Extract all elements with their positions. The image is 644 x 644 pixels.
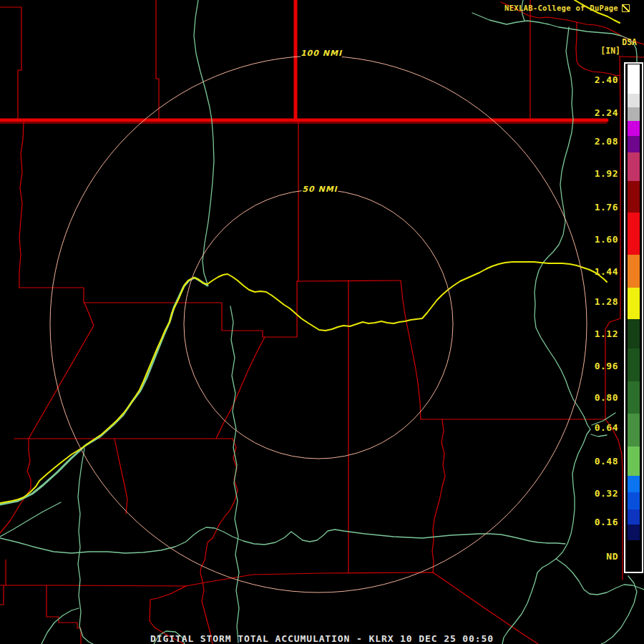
- colorbar-band: [628, 525, 640, 540]
- county-line: [401, 280, 421, 419]
- brand-text: NEXLAB-College of DuPage: [504, 4, 618, 12]
- county-line: [0, 439, 31, 533]
- river: [0, 527, 565, 553]
- colorbar-band: [628, 121, 640, 136]
- colorbar-band: [628, 64, 640, 94]
- county-line: [0, 585, 4, 605]
- county-line: [200, 439, 238, 644]
- colorbar-band: [628, 492, 640, 509]
- county-line: [605, 419, 623, 580]
- range-ring-label: 50 NMI: [302, 185, 338, 194]
- colorbar-band: [628, 381, 640, 414]
- county-line: [605, 56, 620, 419]
- range-ring: [184, 190, 453, 459]
- river: [78, 449, 93, 644]
- cod-logo-icon: [622, 4, 630, 12]
- county-line: [19, 281, 297, 337]
- radar-display: 100 NMI50 NMI NEXLAB-College of DuPage D…: [0, 0, 644, 644]
- colorbar-band: [628, 107, 640, 121]
- colorbar-band: [628, 319, 640, 348]
- colorbar-band: [628, 540, 640, 571]
- county-line: [216, 337, 265, 439]
- colorbar-band: [628, 152, 640, 181]
- river-highlight-fringe: [0, 278, 208, 504]
- county-line: [620, 57, 644, 57]
- colorbar-band: [628, 94, 640, 107]
- colorbar-band: [628, 414, 640, 447]
- colorbar-band: [628, 348, 640, 381]
- colorbar-band: [628, 447, 640, 476]
- county-line: [29, 303, 94, 439]
- river: [591, 434, 607, 436]
- county-line: [432, 419, 445, 572]
- colorbar-band: [628, 255, 640, 288]
- county-line: [114, 439, 127, 514]
- footer-title: DIGITAL STORM TOTAL ACCUMULATION - KLRX …: [0, 633, 644, 644]
- river: [0, 502, 61, 537]
- radar-map: 100 NMI50 NMI: [0, 0, 644, 644]
- colorbar-band: [628, 509, 640, 525]
- river: [194, 0, 214, 284]
- river: [230, 306, 239, 643]
- colorbar-band: [628, 288, 640, 319]
- county-line: [0, 7, 21, 120]
- colorbar-band: [628, 476, 640, 492]
- colorbar-band: [628, 136, 640, 152]
- county-line: [19, 122, 24, 288]
- product-code: DSA: [622, 37, 637, 47]
- range-ring: [50, 56, 587, 592]
- product-units: [IN]: [600, 46, 620, 56]
- range-ring-label: 100 NMI: [301, 49, 343, 58]
- header: NEXLAB-College of DuPage: [504, 4, 630, 12]
- colorbar-band: [628, 181, 640, 213]
- county-line: [156, 0, 159, 120]
- colorbar-band: [628, 213, 640, 255]
- colorbar-scale: [624, 62, 643, 573]
